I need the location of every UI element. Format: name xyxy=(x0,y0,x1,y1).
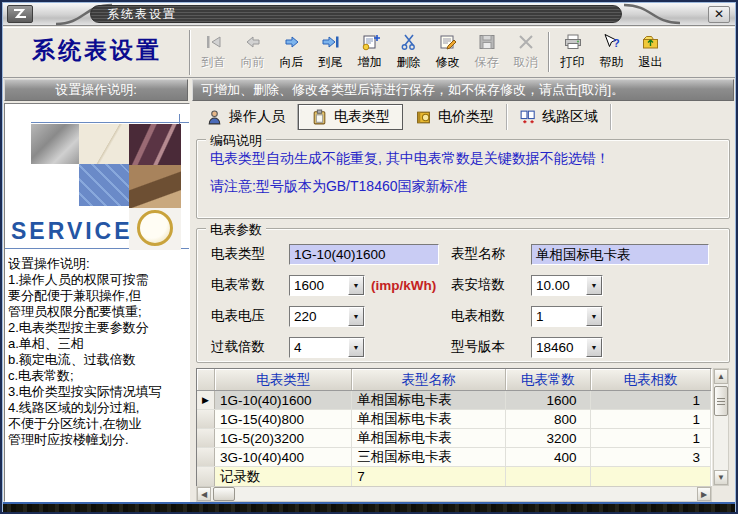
vertical-scroll-thumb[interactable] xyxy=(714,386,728,416)
grid-vertical-scrollbar[interactable]: ▲ ▼ xyxy=(713,368,729,486)
scroll-up-icon[interactable]: ▲ xyxy=(714,369,728,384)
cell-type: 1G-10(40)1600 xyxy=(215,391,352,409)
combo-arrow-icon[interactable]: ▼ xyxy=(586,307,602,326)
scroll-down-icon[interactable]: ▼ xyxy=(714,470,728,485)
cell-phase: 1 xyxy=(591,410,711,428)
table-row[interactable]: 1G-5(20)3200 单相国标电卡表 3200 1 xyxy=(197,429,711,448)
tab-label: 电价类型 xyxy=(438,108,494,126)
titlebar-curve-right xyxy=(614,2,694,26)
grid-col-constant[interactable]: 电表常数 xyxy=(506,369,592,390)
toolbar-button-help[interactable]: ? 帮助 xyxy=(592,29,631,75)
delete-scissors-icon xyxy=(398,33,420,53)
encoding-note-2: 请注意:型号版本为GB/T18460国家新标准 xyxy=(210,178,729,196)
record-count-label: 记录数 xyxy=(215,467,352,486)
tab-operators[interactable]: 操作人员 xyxy=(194,104,298,130)
horizontal-scroll-thumb[interactable] xyxy=(213,487,235,501)
toolbar-button-add[interactable]: 增加 xyxy=(350,29,389,75)
toolbar-label: 删除 xyxy=(397,54,421,71)
constant-value: 1600 xyxy=(290,276,348,295)
instruction-line: 1.操作人员的权限可按需 xyxy=(8,272,188,288)
tab-label: 线路区域 xyxy=(542,108,598,126)
right-panel-header: 可增加、删除、修改各类型后请进行保存，如不保存修改，请点击[取消]。 xyxy=(192,79,734,101)
voltage-label: 电表电压 xyxy=(211,307,289,325)
grid-header-row: 电表类型 表型名称 电表常数 电表相数 xyxy=(197,369,711,391)
collage-line-h1 xyxy=(31,122,189,123)
table-row[interactable]: 1G-15(40)800 单相国标电卡表 800 1 xyxy=(197,410,711,429)
photo-keyboard xyxy=(79,164,129,206)
toolbar-button-next[interactable]: 向后 xyxy=(272,29,311,75)
photo-tools xyxy=(31,124,79,164)
ampere-combobox[interactable]: 10.00 ▼ xyxy=(531,275,603,296)
toolbar-button-modify[interactable]: 修改 xyxy=(428,29,467,75)
header-strip: 系统表设置 到首 向前 向后 到尾 xyxy=(2,27,736,78)
toolbar: 到首 向前 向后 到尾 增加 xyxy=(194,29,670,77)
instruction-line: 管理时应按楼幢划分. xyxy=(8,432,188,448)
toolbar-button-print[interactable]: 打印 xyxy=(553,29,592,75)
prev-record-icon xyxy=(242,33,264,53)
next-record-icon xyxy=(281,33,303,53)
photo-pen xyxy=(79,124,129,164)
meter-type-field[interactable]: 1G-10(40)1600 xyxy=(289,244,439,265)
table-row[interactable]: 3G-10(40)400 三相国标电卡表 400 3 xyxy=(197,448,711,467)
toolbar-label: 打印 xyxy=(561,54,585,71)
instructions-text: 设置操作说明: 1.操作人员的权限可按需 要分配便于兼职操作,但 管理员权限分配… xyxy=(5,250,189,448)
system-table-settings-window: 系统表设置 ✕ 系统表设置 到首 向前 向后 xyxy=(0,0,738,514)
toolbar-button-delete[interactable]: 删除 xyxy=(389,29,428,75)
meter-type-label: 电表类型 xyxy=(211,245,289,263)
grid-col-phase[interactable]: 电表相数 xyxy=(591,369,711,390)
scroll-left-icon[interactable]: ◀ xyxy=(197,487,211,501)
tab-line-area[interactable]: 线路区域 xyxy=(507,104,611,130)
toolbar-label: 到尾 xyxy=(319,54,343,71)
overload-combobox[interactable]: 4 ▼ xyxy=(289,337,365,358)
combo-arrow-icon[interactable]: ▼ xyxy=(348,307,364,326)
header-separator xyxy=(189,30,191,75)
toolbar-button-exit[interactable]: 退出 xyxy=(631,29,670,75)
encoding-groupbox-title: 编码说明 xyxy=(206,132,266,150)
table-row[interactable]: ▶ 1G-10(40)1600 单相国标电卡表 1600 1 xyxy=(197,391,711,410)
grid-horizontal-scrollbar[interactable]: ◀ ▶ xyxy=(196,486,712,502)
pocket-watch-face xyxy=(137,210,173,246)
cell-constant: 1600 xyxy=(506,391,592,409)
voltage-combobox[interactable]: 220 ▼ xyxy=(289,306,365,327)
combo-arrow-icon[interactable]: ▼ xyxy=(586,276,602,295)
grid-col-name[interactable]: 表型名称 xyxy=(352,369,505,390)
phase-label: 电表相数 xyxy=(451,307,531,325)
combo-arrow-icon[interactable]: ▼ xyxy=(348,338,364,357)
instruction-line: a.单相、三相 xyxy=(8,336,188,352)
toolbar-button-first[interactable]: 到首 xyxy=(194,29,233,75)
tab-meter-type[interactable]: 电表类型 xyxy=(298,104,403,130)
model-name-label: 表型名称 xyxy=(451,245,531,263)
model-name-field[interactable]: 单相国标电卡表 xyxy=(531,244,709,265)
version-combobox[interactable]: 18460 ▼ xyxy=(531,337,603,358)
toolbar-button-cancel[interactable]: 取消 xyxy=(506,29,545,75)
meter-params-groupbox-title: 电表参数 xyxy=(206,221,266,239)
toolbar-button-save[interactable]: 保存 xyxy=(467,29,506,75)
left-panel-header: 设置操作说明: xyxy=(4,79,188,101)
toolbar-button-prev[interactable]: 向前 xyxy=(233,29,272,75)
window-bottom-border xyxy=(0,502,738,514)
combo-arrow-icon[interactable]: ▼ xyxy=(586,338,602,357)
window-title: 系统表设置 xyxy=(90,5,622,23)
overload-label: 过载倍数 xyxy=(211,338,289,356)
toolbar-label: 帮助 xyxy=(600,54,624,71)
row-indicator xyxy=(197,467,215,486)
person-icon xyxy=(206,109,223,126)
tab-bar: 操作人员 电表类型 电价类型 线路区域 xyxy=(194,104,734,130)
phase-combobox[interactable]: 1 ▼ xyxy=(531,306,603,327)
grid-footer-row: 记录数 7 xyxy=(197,467,711,486)
tab-label: 电表类型 xyxy=(334,108,390,126)
grid-col-type[interactable]: 电表类型 xyxy=(215,369,352,390)
close-button[interactable]: ✕ xyxy=(708,6,730,23)
cell-name: 单相国标电卡表 xyxy=(352,410,505,428)
constant-combobox[interactable]: 1600 ▼ xyxy=(289,275,365,296)
instruction-line: c.电表常数; xyxy=(8,368,188,384)
combo-arrow-icon[interactable]: ▼ xyxy=(348,276,364,295)
cell-constant: 400 xyxy=(506,448,592,466)
tab-price-type[interactable]: 电价类型 xyxy=(403,104,507,130)
title-bar: 系统表设置 ✕ xyxy=(2,2,736,26)
toolbar-button-last[interactable]: 到尾 xyxy=(311,29,350,75)
phase-value: 1 xyxy=(532,307,586,326)
scroll-right-icon[interactable]: ▶ xyxy=(697,487,711,501)
meter-type-grid: 电表类型 表型名称 电表常数 电表相数 ▶ 1G-10(40)1600 单相国标… xyxy=(196,368,712,487)
footer-empty-cell xyxy=(591,467,711,486)
